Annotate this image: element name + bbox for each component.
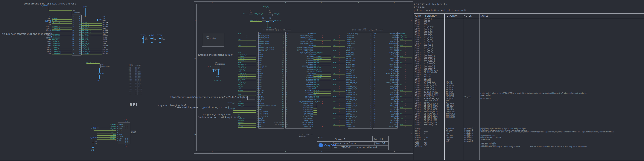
net-label[interactable]: ✕ (333, 114, 345, 116)
net-label[interactable]: ✕ (400, 43, 412, 44)
net-label[interactable]: LCD_GREEN_2 (52, 29, 72, 31)
net-label[interactable]: GND (333, 84, 345, 86)
net-label[interactable]: ✕ (333, 58, 345, 59)
net-label[interactable]: LCD_PCLK (52, 41, 72, 43)
net-gnd[interactable]: GND (242, 13, 245, 14)
net-label[interactable]: GND (314, 73, 331, 75)
sw1-ref[interactable]: SW1 (215, 62, 218, 63)
net-label[interactable]: ✕ (333, 43, 345, 44)
net-label[interactable]: GND (238, 101, 256, 103)
usage-title[interactable]: 40Pin Usage (128, 64, 141, 66)
net-label[interactable]: ✕ (400, 75, 412, 76)
net-label[interactable]: LCD_RED_0 (314, 61, 331, 63)
net-label[interactable]: ✕ (333, 63, 345, 65)
net-label[interactable]: ✕ (333, 41, 345, 42)
net-label[interactable]: SD_CLK (314, 86, 331, 88)
net-label[interactable]: SDA_RPI (238, 86, 256, 88)
net-label[interactable]: ✕ (314, 46, 331, 48)
net-label[interactable]: LCD_RED_1 (238, 58, 256, 60)
net-label[interactable]: ✕ (400, 126, 412, 127)
net-label[interactable]: GND (238, 52, 256, 54)
net-label[interactable]: ✕ (333, 77, 345, 78)
net-label[interactable]: LCD_BLUE_5 (52, 35, 72, 37)
net-label[interactable]: GND (314, 88, 331, 90)
comment-forums-link[interactable]: https://forums.raspberrypi.com/viewtopic… (170, 96, 248, 98)
sheet-value[interactable]: 1/1 (382, 142, 385, 144)
net-label[interactable]: LCD_RED_6 (314, 78, 331, 80)
net-label[interactable]: GND (333, 124, 345, 126)
net-gpio12[interactable]: GPIO12 (266, 27, 271, 28)
net-label[interactable] (314, 111, 331, 112)
net-label[interactable]: SD_DAT1 (314, 95, 331, 97)
net-label[interactable]: GND (314, 63, 331, 65)
net-label[interactable]: SD_CMD (238, 90, 256, 92)
net-label[interactable]: GND (238, 88, 256, 90)
net-label[interactable]: ✕ (400, 48, 412, 50)
net-label[interactable]: ✕ (400, 116, 412, 118)
net-label[interactable]: ✕ (333, 92, 345, 93)
net-label[interactable]: LCD_GREEN_4 (81, 31, 102, 33)
net-label[interactable]: ANALOG0 (238, 122, 256, 124)
net-label[interactable]: GND (314, 45, 331, 46)
net-label[interactable]: LCD_BLUE_6 (238, 73, 256, 75)
date-value[interactable]: 2022-03-01 (340, 146, 352, 148)
net-label[interactable]: ✕ (400, 63, 412, 65)
net-label[interactable]: ✕ (333, 82, 345, 84)
net-label[interactable]: ✕ (238, 35, 256, 37)
net-label[interactable]: ✕ (238, 48, 256, 50)
net-label[interactable]: ✕ (238, 95, 256, 97)
gnd-label[interactable]: GND (44, 20, 48, 22)
net-label[interactable] (314, 120, 331, 122)
comment-rgb888[interactable]: RGB 888 (414, 6, 425, 9)
net-label[interactable]: GND (333, 67, 345, 69)
net-label[interactable]: SCL_RPI (52, 20, 72, 22)
net-label[interactable]: ✕ (400, 71, 412, 73)
net-label[interactable]: PWM_0_1 (52, 39, 72, 41)
net-label[interactable]: GND (238, 45, 256, 46)
net-label[interactable]: ✕ (333, 122, 345, 124)
net-label[interactable]: ✕ (333, 97, 345, 99)
net-label[interactable]: ✕ (333, 46, 345, 48)
net-label[interactable]: LCD_GREEN_2 (238, 75, 256, 77)
net-label[interactable]: LCD_BLUE_7 (238, 67, 256, 69)
resistor-r1[interactable] (262, 20, 266, 22)
net-label[interactable]: GND (333, 45, 345, 46)
net-label[interactable]: ✕ (238, 50, 256, 52)
net-label[interactable]: USBOTG (400, 33, 412, 35)
net-label[interactable]: LCD_BLUE_0 (238, 82, 256, 84)
capacitor-unit[interactable]: V_5V0 C2 100nF (158, 34, 162, 46)
net-label[interactable]: ANALOG1 (238, 120, 256, 122)
net-label[interactable]: LCD_RED_3 (81, 24, 102, 26)
net-label[interactable]: SDA_RPI (52, 18, 72, 20)
net-label[interactable]: GND (333, 50, 345, 52)
net-label[interactable]: 1V8 (238, 116, 256, 118)
net-label[interactable]: ✕ (333, 88, 345, 90)
net-label[interactable]: LCD_DEN (314, 65, 331, 67)
net-label[interactable]: GND (238, 61, 256, 63)
net-label[interactable]: SCL_RPI (238, 84, 256, 86)
net-label[interactable]: ✕ (333, 103, 345, 105)
net-label[interactable]: LCD_DEN (81, 41, 102, 43)
net-label[interactable]: ✕ (400, 92, 412, 93)
net-label[interactable]: 1V8 (238, 114, 256, 116)
comment-rgb777[interactable]: RGB 777 and disable 3 pins (414, 3, 448, 6)
net-label[interactable]: LCD_RED_1 (52, 47, 72, 49)
net-label[interactable]: CM4_USBD- (81, 33, 102, 35)
net-label[interactable]: LCD_RED_4 (81, 49, 102, 51)
h1-ref[interactable]: H1 (73, 10, 75, 11)
net-label[interactable]: ✕ (314, 103, 331, 105)
net-label[interactable]: LCD_BLUE_3 (314, 67, 331, 69)
net-label[interactable]: GND (333, 90, 345, 92)
net-label[interactable]: LCD_RED_7 (238, 56, 256, 58)
comment-gpio-mute[interactable]: gpio on mute button, and gpio to control… (414, 9, 466, 12)
net-label[interactable]: LCD_RED_5 (238, 78, 256, 80)
net-label[interactable] (238, 112, 256, 114)
net-label[interactable]: GND (333, 107, 345, 109)
net-label[interactable] (238, 111, 256, 112)
sheet-title[interactable]: Sheet_1 (335, 138, 346, 141)
net-label[interactable]: ✕ (333, 35, 345, 37)
power-flag-v3v3rpi[interactable]: V_3V3RPI (228, 102, 235, 104)
net-label[interactable]: ✕ (333, 60, 345, 61)
power-flag-5v0[interactable]: 5V0 (84, 6, 87, 8)
net-label[interactable]: LCD_GREEN_3 (314, 77, 331, 78)
